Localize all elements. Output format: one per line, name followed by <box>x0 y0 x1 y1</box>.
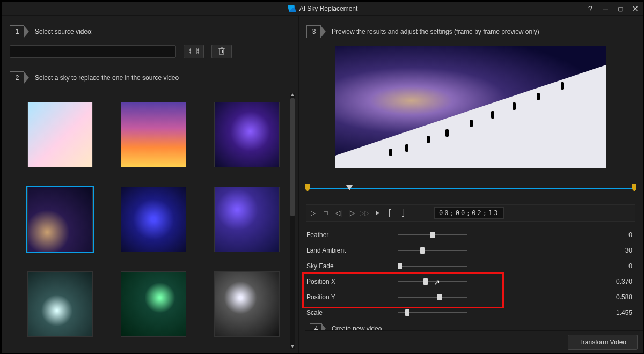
preview-hiker <box>537 93 540 100</box>
close-button[interactable]: ✕ <box>628 4 643 13</box>
maximize-button[interactable]: ▢ <box>613 5 628 12</box>
play-button[interactable]: ▷ <box>306 209 319 217</box>
param-slider-position_x[interactable] <box>398 278 467 285</box>
param-row-land_ambient: Land Ambient30 <box>306 242 635 258</box>
prev-frame-button[interactable]: ◁| <box>332 209 345 217</box>
preview-hiker <box>427 136 430 143</box>
step-arrow-icon <box>24 25 30 38</box>
param-value: 0 <box>598 231 635 239</box>
step-arrow-icon <box>321 25 326 38</box>
sky-thumb-sky-pastel[interactable] <box>27 102 93 167</box>
filmstrip-icon <box>189 47 199 56</box>
app-logo-icon <box>288 5 296 12</box>
sky-thumb-sky-nebula[interactable] <box>214 102 280 167</box>
transform-video-button[interactable]: Transform Video <box>568 335 638 350</box>
preview-hiker <box>491 111 494 119</box>
scroll-up-icon[interactable]: ▲ <box>290 93 295 97</box>
timeline-track <box>306 188 635 189</box>
sky-thumb-sky-startrails[interactable] <box>121 187 186 252</box>
step-arrow-icon <box>24 71 30 84</box>
step1-header: 1 Select source video: <box>10 25 293 38</box>
sky-thumb-sky-lightning[interactable] <box>214 271 280 337</box>
gallery-scroll-thumb[interactable] <box>290 98 295 216</box>
slider-handle[interactable] <box>420 247 425 254</box>
app-window: AI Sky Replacement ? – ▢ ✕ 1 Select sour… <box>2 2 643 353</box>
source-row <box>10 45 291 58</box>
sky-thumb-sky-storm-green[interactable] <box>121 271 186 337</box>
right-panel: 3 Preview the results and adjust the set… <box>299 16 643 353</box>
param-value: 1.455 <box>598 309 635 316</box>
param-label: Position X <box>306 278 398 285</box>
delete-video-button[interactable] <box>211 45 232 58</box>
param-row-feather: Feather0 <box>306 227 635 242</box>
param-label: Feather <box>306 231 398 239</box>
trash-icon <box>218 47 225 56</box>
preview-hiker <box>389 149 392 156</box>
window-controls: ? – ▢ ✕ <box>583 2 643 15</box>
param-value: 0.588 <box>598 293 635 301</box>
param-slider-feather[interactable] <box>398 231 467 239</box>
source-video-input[interactable] <box>10 45 176 58</box>
next-frame-button[interactable]: |▷ <box>345 209 358 217</box>
param-value: 30 <box>598 247 635 254</box>
stop-button[interactable]: □ <box>319 209 332 217</box>
sky-thumb-sky-sunset[interactable] <box>121 102 186 167</box>
slider-handle[interactable] <box>398 263 402 269</box>
param-label: Sky Fade <box>306 262 398 270</box>
mark-out-handle[interactable] <box>632 184 636 191</box>
slider-handle[interactable] <box>437 294 442 300</box>
timecode-display[interactable]: 00;00;02;13 <box>434 207 504 219</box>
param-slider-scale[interactable] <box>398 309 467 316</box>
param-label: Land Ambient <box>306 247 398 254</box>
param-value: 0 <box>598 262 635 270</box>
sound-button[interactable]: 🕨 <box>371 209 384 217</box>
param-label: Scale <box>306 309 398 316</box>
preview-frame <box>335 46 606 168</box>
param-label: Position Y <box>306 293 398 301</box>
preview-hiker <box>470 120 473 127</box>
playback-bar: ▷ □ ◁| |▷ ▷▷ 🕨 ⎡ ⎦ 00;00;02;13 <box>306 204 635 222</box>
param-slider-sky_fade[interactable] <box>398 262 467 270</box>
step2-header: 2 Select a sky to replace the one in the… <box>10 71 293 84</box>
fast-forward-button: ▷▷ <box>358 209 371 217</box>
scroll-down-icon[interactable]: ▼ <box>290 344 295 349</box>
slider-handle[interactable] <box>423 278 428 285</box>
title-bar: AI Sky Replacement ? – ▢ ✕ <box>2 2 643 16</box>
step3-number: 3 <box>306 25 321 38</box>
mark-in-button[interactable]: ⎡ <box>384 209 397 217</box>
gallery-scrollbar[interactable]: ▲ ▼ <box>290 93 295 349</box>
timeline[interactable] <box>306 184 635 194</box>
left-panel: 1 Select source video: 2 <box>2 16 299 353</box>
browse-video-button[interactable] <box>184 45 204 58</box>
help-button[interactable]: ? <box>583 4 598 13</box>
mark-out-button[interactable]: ⎦ <box>397 209 409 217</box>
bottom-bar: Transform Video <box>305 330 643 353</box>
mark-in-handle[interactable] <box>305 184 310 191</box>
slider-handle[interactable] <box>430 232 435 238</box>
param-row-position_x: Position X0.370 <box>306 274 635 289</box>
param-row-position_y: Position Y0.588 <box>306 289 635 305</box>
preview-hiker <box>513 102 516 110</box>
param-slider-land_ambient[interactable] <box>398 247 467 254</box>
preview-hiker <box>405 144 408 152</box>
preview-hiker <box>445 129 449 137</box>
param-row-sky_fade: Sky Fade0 <box>306 258 635 274</box>
sky-thumb-sky-deepspace[interactable] <box>214 187 280 252</box>
preview-wrap <box>306 46 635 175</box>
parameters-panel: Feather0Land Ambient30Sky Fade0Position … <box>306 227 635 320</box>
minimize-button[interactable]: – <box>598 4 613 13</box>
playhead[interactable] <box>346 185 353 190</box>
param-row-scale: Scale1.455 <box>306 305 635 320</box>
step1-number: 1 <box>10 25 24 38</box>
step1-label: Select source video: <box>35 28 93 35</box>
param-slider-position_y[interactable] <box>398 293 467 301</box>
step2-number: 2 <box>10 71 24 84</box>
preview-hiker <box>561 82 564 90</box>
param-value: 0.370 <box>598 278 635 285</box>
step2-label: Select a sky to replace the one in the s… <box>35 74 179 82</box>
sky-thumb-sky-milkyway[interactable] <box>27 187 93 252</box>
sky-gallery: ▲ ▼ <box>8 93 295 349</box>
svg-rect-9 <box>219 49 224 54</box>
sky-thumb-sky-storm-teal[interactable] <box>27 271 93 337</box>
slider-handle[interactable] <box>405 309 409 316</box>
